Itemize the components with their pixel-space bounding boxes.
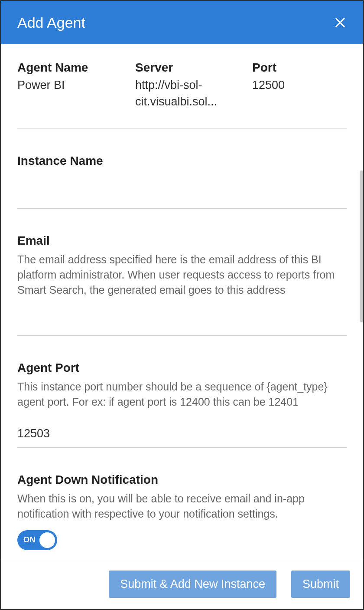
- agent-port-description: This instance port number should be a se…: [17, 379, 347, 410]
- server-label: Server: [135, 61, 252, 75]
- notification-toggle[interactable]: ON: [17, 530, 57, 550]
- agent-name-label: Agent Name: [17, 61, 135, 75]
- notification-section: Agent Down Notification When this is on,…: [17, 448, 347, 550]
- modal-footer: Submit & Add New Instance Submit: [1, 559, 363, 609]
- notification-label: Agent Down Notification: [17, 473, 347, 487]
- server-value: http://vbi-sol-cit.visualbi.sol...: [135, 77, 252, 110]
- toggle-knob: [39, 532, 55, 548]
- summary-server: Server http://vbi-sol-cit.visualbi.sol..…: [135, 61, 252, 110]
- summary-row: Agent Name Power BI Server http://vbi-so…: [17, 61, 347, 129]
- port-label: Port: [252, 61, 347, 75]
- modal-body: Agent Name Power BI Server http://vbi-so…: [1, 44, 363, 558]
- port-value: 12500: [252, 77, 347, 94]
- email-section: Email The email address specified here i…: [17, 209, 347, 336]
- agent-name-value: Power BI: [17, 77, 135, 94]
- email-description: The email address specified here is the …: [17, 252, 347, 298]
- close-icon: [334, 16, 347, 29]
- email-input[interactable]: [17, 307, 347, 336]
- toggle-on-label: ON: [23, 535, 36, 544]
- agent-port-label: Agent Port: [17, 361, 347, 375]
- notification-description: When this is on, you will be able to rec…: [17, 491, 347, 521]
- scrollbar[interactable]: [360, 171, 363, 322]
- summary-port: Port 12500: [252, 61, 347, 110]
- instance-name-input[interactable]: [17, 180, 347, 209]
- agent-port-section: Agent Port This instance port number sho…: [17, 336, 347, 448]
- close-button[interactable]: [334, 16, 347, 29]
- modal-header: Add Agent: [1, 1, 363, 44]
- submit-button[interactable]: Submit: [291, 571, 350, 598]
- email-label: Email: [17, 234, 347, 248]
- submit-add-new-button[interactable]: Submit & Add New Instance: [109, 571, 276, 598]
- agent-port-input[interactable]: [17, 419, 347, 448]
- modal-title: Add Agent: [17, 14, 85, 31]
- summary-agent-name: Agent Name Power BI: [17, 61, 135, 110]
- instance-name-label: Instance Name: [17, 154, 347, 168]
- instance-name-section: Instance Name: [17, 129, 347, 209]
